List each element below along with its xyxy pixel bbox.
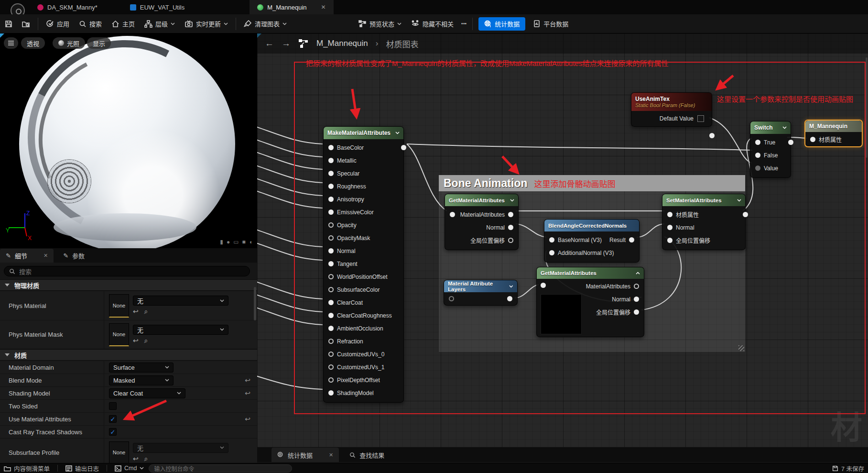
input-pin[interactable]: Roughness <box>324 180 403 193</box>
preview-state-button[interactable]: 预览状态 <box>354 14 406 33</box>
pin-row[interactable]: MaterialAttributes <box>445 208 518 221</box>
asset-thumbnail[interactable]: None <box>109 294 129 318</box>
output-pin[interactable]: 全局位置偏移 <box>445 234 518 247</box>
input-pin[interactable]: AdditionalNormal (V3) <box>544 246 639 259</box>
viewport-menu-button[interactable] <box>4 37 18 49</box>
input-pin[interactable]: ShadingModel <box>324 386 403 399</box>
back-arrow-icon[interactable]: ← <box>265 38 274 49</box>
stats-toggle-button[interactable]: i 统计数据 <box>478 17 525 31</box>
asset-thumbnail[interactable]: None <box>109 323 129 346</box>
phys-material-mask-dropdown[interactable]: 无 <box>133 325 228 335</box>
details-scrollbar[interactable] <box>254 287 256 320</box>
input-pin[interactable]: SubsurfaceColor <box>324 283 403 296</box>
node-material-attribute-layers[interactable]: Material Attribute Layers <box>444 280 518 306</box>
output-pin[interactable]: Normal <box>445 221 518 234</box>
subsurface-profile-dropdown[interactable]: 无 <box>133 443 228 453</box>
console-command-input[interactable]: 输入控制台命令 <box>149 464 292 473</box>
input-pin[interactable]: CustomizedUVs_1 <box>324 361 403 374</box>
close-tab-icon[interactable]: ✕ <box>321 4 326 11</box>
pin-row[interactable] <box>444 292 517 305</box>
material-graph-canvas[interactable]: ← → M_Mannequin › 材质图表 把原来的根材质属性变成了M_Man… <box>257 33 868 473</box>
input-pin[interactable]: BaseColor <box>324 141 403 154</box>
browse-asset-icon[interactable]: ⌕ <box>144 455 148 463</box>
input-pin[interactable]: Normal <box>662 221 745 234</box>
node-switch[interactable]: Switch True False Value <box>750 121 791 178</box>
forward-arrow-icon[interactable]: → <box>282 38 291 49</box>
input-pin[interactable]: ClearCoat <box>324 296 403 309</box>
section-material[interactable]: 材质 <box>0 349 257 361</box>
node-use-anim-tex[interactable]: UseAnimTex Static Bool Param (False) Def… <box>631 92 712 127</box>
asset-tab-m-mannequin[interactable]: M_Mannequin ✕ <box>250 0 333 14</box>
asset-tab-da-skm-manny[interactable]: DA_SKM_Manny* <box>30 0 105 14</box>
input-pin[interactable]: CustomizedUVs_0 <box>324 348 403 361</box>
plane-shape-button[interactable]: ▭ <box>233 239 239 245</box>
input-pin[interactable]: Specular <box>324 167 403 180</box>
browse-asset-icon[interactable]: ⌕ <box>144 308 148 316</box>
node-get-material-attributes-2[interactable]: GetMaterialAttributes MaterialAttributes… <box>536 267 644 337</box>
viewport-lit-button[interactable]: 光照 <box>53 37 85 49</box>
input-pin[interactable]: Tangent <box>324 257 403 270</box>
input-pin[interactable]: 材质属性 <box>805 132 862 146</box>
sphere-shape-button[interactable]: ● <box>227 239 230 245</box>
breadcrumb-root[interactable]: M_Mannequin <box>316 39 368 48</box>
input-pin[interactable]: PixelDepthOffset <box>324 374 403 386</box>
input-pin[interactable]: Value <box>750 162 791 175</box>
node-blend-angle-corrected-normals[interactable]: BlendAngleCorrectedNormals BaseNormal (V… <box>544 219 640 263</box>
output-pin[interactable]: 全局位置偏移 <box>582 306 644 319</box>
output-pin[interactable] <box>629 237 634 242</box>
output-pin[interactable] <box>709 133 715 138</box>
comment-resize-handle[interactable] <box>738 345 744 351</box>
node-header[interactable]: Material Attribute Layers <box>444 280 517 292</box>
node-header[interactable]: UseAnimTex Static Bool Param (False) <box>631 93 712 111</box>
two-sided-checkbox[interactable] <box>109 402 117 410</box>
save-button[interactable] <box>0 14 17 33</box>
shading-model-dropdown[interactable]: Clear Coat <box>109 388 185 398</box>
blend-mode-dropdown[interactable]: Masked <box>109 375 174 385</box>
node-get-material-attributes-1[interactable]: GetMaterialAttributes MaterialAttributes… <box>445 194 519 250</box>
default-value-checkbox[interactable] <box>697 115 704 122</box>
reset-to-default-icon[interactable]: ↩ <box>245 376 250 384</box>
reset-to-default-icon[interactable]: ↩ <box>245 415 250 423</box>
details-search-input[interactable]: 搜索 <box>4 266 250 276</box>
input-pin[interactable]: Metallic <box>324 154 403 167</box>
use-selected-asset-icon[interactable]: ↩ <box>133 455 139 463</box>
node-header[interactable]: MakeMaterialAttributes <box>324 127 403 139</box>
asset-tab-euw-vat-utils[interactable]: EUW_VAT_Utils <box>122 0 192 14</box>
input-pin[interactable]: Opacity <box>324 219 403 231</box>
tab-parameters[interactable]: ✎ 参数 <box>57 249 90 263</box>
node-header[interactable]: GetMaterialAttributes <box>537 267 644 279</box>
output-pin[interactable] <box>507 296 512 301</box>
output-pin[interactable] <box>401 145 406 150</box>
input-pin[interactable]: WorldPositionOffset <box>324 270 403 283</box>
content-drawer-button[interactable]: 内容侧滑菜单 <box>4 464 50 473</box>
cmd-selector[interactable]: Cmd <box>115 465 144 472</box>
input-pin[interactable]: Normal <box>324 244 403 257</box>
material-preview-viewport[interactable]: 透视 光照 显示 Z Y X ▮ ● ▭ ■ ◖ <box>0 33 257 248</box>
home-button[interactable]: 主页 <box>107 14 140 33</box>
use-material-attributes-checkbox[interactable]: ✓ <box>109 415 117 423</box>
asset-thumbnail[interactable]: None <box>109 441 129 464</box>
node-header[interactable]: GetMaterialAttributes <box>445 194 518 206</box>
cylinder-shape-button[interactable]: ▮ <box>220 239 223 245</box>
close-tab-icon[interactable]: ✕ <box>329 452 333 458</box>
input-pin[interactable]: 材质属性 <box>662 208 745 221</box>
browse-to-asset-button[interactable] <box>17 14 35 33</box>
node-header[interactable]: BlendAngleCorrectedNormals <box>544 220 639 231</box>
node-set-material-attributes[interactable]: SetMaterialAttributes 材质属性 Normal 全局位置偏移 <box>662 194 746 250</box>
viewport-show-button[interactable]: 显示 <box>87 37 111 49</box>
input-pin[interactable]: Anisotropy <box>324 193 403 206</box>
search-button[interactable]: 搜索 <box>74 14 107 33</box>
unsaved-indicator[interactable]: 7 未保存 <box>832 464 864 473</box>
node-header[interactable]: SetMaterialAttributes <box>662 194 745 206</box>
hide-unrelated-button[interactable]: 隐藏不相关 <box>406 14 458 33</box>
output-pin[interactable] <box>788 140 793 145</box>
input-pin[interactable]: True <box>750 136 791 149</box>
cube-shape-button[interactable]: ■ <box>242 239 246 245</box>
node-header[interactable]: Switch <box>750 121 791 134</box>
reset-to-default-icon[interactable]: ↩ <box>245 389 250 397</box>
input-pin[interactable]: Refraction <box>324 335 403 348</box>
comment-header[interactable]: Bone Animation 这里添加骨骼动画贴图 <box>439 175 745 191</box>
tab-details[interactable]: ✎ 细节 ✕ <box>0 249 54 263</box>
browse-asset-icon[interactable]: ⌕ <box>144 337 148 345</box>
output-pin[interactable]: MaterialAttributes <box>582 280 644 293</box>
